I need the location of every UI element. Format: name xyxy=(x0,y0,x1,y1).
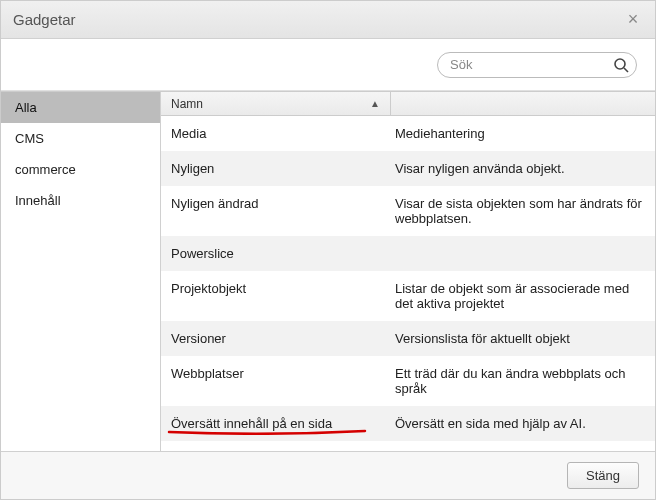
row-desc: Versionslista för aktuellt objekt xyxy=(391,331,655,346)
table-row[interactable]: Projektobjekt Listar de objekt som är as… xyxy=(161,271,655,321)
column-header-name-label: Namn xyxy=(171,97,203,111)
row-name: Powerslice xyxy=(161,246,391,261)
list-header: Namn ▲ xyxy=(161,92,655,116)
row-desc: Visar de sista objekten som har ändrats … xyxy=(391,196,655,226)
row-desc: Översätt en sida med hjälp av AI. xyxy=(391,416,655,431)
row-desc: Listar de objekt som är associerade med … xyxy=(391,281,655,311)
table-row[interactable]: Översätt innehåll på en sida Översätt en… xyxy=(161,406,655,441)
sidebar-item-content[interactable]: Innehåll xyxy=(1,185,160,216)
table-row[interactable]: Powerslice xyxy=(161,236,655,271)
row-name: Nyligen xyxy=(161,161,391,176)
svg-line-1 xyxy=(624,68,628,72)
search-icon xyxy=(613,57,629,73)
table-row[interactable]: Versioner Versionslista för aktuellt obj… xyxy=(161,321,655,356)
row-desc: Ett träd där du kan ändra webbplats och … xyxy=(391,366,655,396)
dialog-body: Alla CMS commerce Innehåll Namn ▲ Media … xyxy=(1,91,655,451)
row-name: Projektobjekt xyxy=(161,281,391,311)
gadget-list[interactable]: Media Mediehantering Nyligen Visar nylig… xyxy=(161,116,655,451)
row-name: Webbplatser xyxy=(161,366,391,396)
highlight-underline-icon xyxy=(167,429,367,435)
dialog-title: Gadgetar xyxy=(13,11,623,28)
table-row[interactable]: Nyligen ändrad Visar de sista objekten s… xyxy=(161,186,655,236)
sort-asc-icon: ▲ xyxy=(370,98,380,109)
row-desc: Visar nyligen använda objekt. xyxy=(391,161,655,176)
row-name: Media xyxy=(161,126,391,141)
sidebar-item-cms[interactable]: CMS xyxy=(1,123,160,154)
dialog-footer: Stäng xyxy=(1,451,655,499)
row-name: Nyligen ändrad xyxy=(161,196,391,226)
close-button[interactable]: Stäng xyxy=(567,462,639,489)
sidebar-item-all[interactable]: Alla xyxy=(1,92,160,123)
table-row[interactable]: Nyligen Visar nyligen använda objekt. xyxy=(161,151,655,186)
search-input[interactable] xyxy=(437,52,637,78)
search-wrap xyxy=(437,52,637,78)
row-name: Översätt innehåll på en sida xyxy=(161,416,391,431)
row-name: Versioner xyxy=(161,331,391,346)
search-bar xyxy=(1,39,655,91)
main-panel: Namn ▲ Media Mediehantering Nyligen Visa… xyxy=(161,92,655,451)
sidebar-item-commerce[interactable]: commerce xyxy=(1,154,160,185)
gadget-dialog: Gadgetar × Alla CMS commerce Innehåll Na… xyxy=(0,0,656,500)
row-desc xyxy=(391,246,655,261)
table-row[interactable]: Webbplatser Ett träd där du kan ändra we… xyxy=(161,356,655,406)
close-icon[interactable]: × xyxy=(623,10,643,30)
table-row[interactable]: Media Mediehantering xyxy=(161,116,655,151)
column-header-name[interactable]: Namn ▲ xyxy=(161,92,391,115)
svg-point-0 xyxy=(615,59,625,69)
category-sidebar: Alla CMS commerce Innehåll xyxy=(1,92,161,451)
titlebar: Gadgetar × xyxy=(1,1,655,39)
row-desc: Mediehantering xyxy=(391,126,655,141)
